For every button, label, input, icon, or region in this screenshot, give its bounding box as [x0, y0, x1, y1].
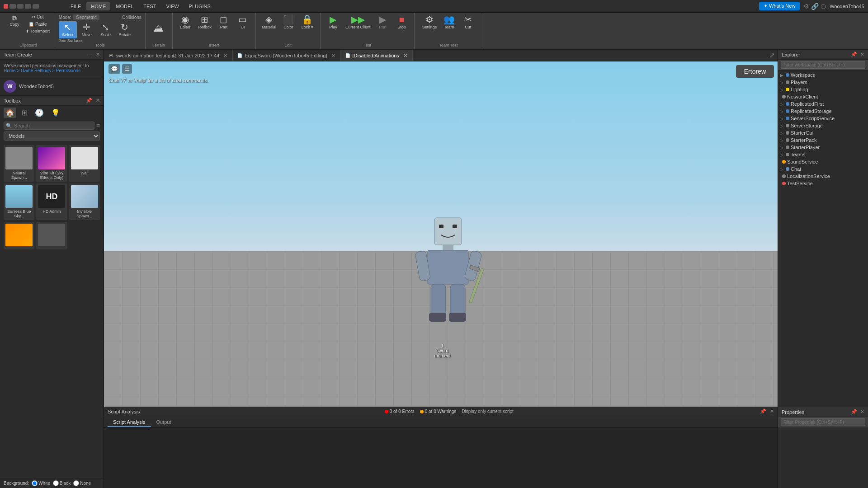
- toolbox-search-input[interactable]: [12, 122, 92, 129]
- clipboard-cut-button[interactable]: ✂ Cut: [24, 14, 51, 20]
- bg-white-option[interactable]: White: [32, 480, 50, 486]
- list-item[interactable]: Invisible Spawn...: [69, 183, 100, 220]
- toolbox-tab-light[interactable]: 💡: [49, 108, 62, 118]
- list-item[interactable]: Wall: [69, 145, 100, 182]
- scale-button[interactable]: ⤡ Scale: [97, 21, 115, 38]
- analysis-close[interactable]: ✕: [770, 408, 774, 414]
- tree-item-workspace[interactable]: ▶ Workspace: [778, 71, 868, 79]
- menu-model[interactable]: MODEL: [111, 2, 138, 10]
- run-button[interactable]: ▶ Run: [373, 14, 392, 31]
- list-item[interactable]: Neutral Spawn...: [4, 145, 34, 182]
- tab-animations[interactable]: 📄 [Disabled]Animations ✕: [341, 50, 413, 61]
- mode-dropdown[interactable]: Geometric: [73, 14, 99, 20]
- tab-equip-sword[interactable]: 📄 EquipSword [WoodenTobo45 Editing] ✕: [233, 50, 340, 61]
- material-button[interactable]: ◈ Material: [259, 14, 278, 31]
- select-button[interactable]: ↖ Select: [59, 21, 77, 38]
- ertorew-button[interactable]: Ertorew: [736, 65, 774, 78]
- properties-search-input[interactable]: [781, 418, 865, 426]
- chat-bubble-icon[interactable]: 💬: [108, 64, 120, 74]
- menu-home[interactable]: HOME: [86, 2, 110, 10]
- menu-file[interactable]: FILE: [66, 2, 85, 10]
- explorer-search-input[interactable]: [781, 61, 865, 69]
- tab-game-test-close[interactable]: ✕: [223, 52, 228, 59]
- tree-item-starterpack[interactable]: ▷ StarterPack: [778, 136, 868, 144]
- toolbox-close[interactable]: ✕: [96, 98, 100, 103]
- svg-rect-0: [434, 218, 462, 245]
- clipboard-copy-button[interactable]: ⧉ Copy: [5, 14, 24, 28]
- bg-white-radio[interactable]: [32, 480, 38, 486]
- bg-black-radio[interactable]: [53, 480, 59, 486]
- toolbox-pin[interactable]: 📌: [86, 98, 92, 103]
- properties-pin[interactable]: 📌: [851, 409, 857, 415]
- tab-equip-close[interactable]: ✕: [331, 52, 336, 59]
- tab-script-analysis[interactable]: Script Analysis: [108, 418, 151, 427]
- serverstorage-dot: [786, 124, 789, 127]
- toolbox-filter-button[interactable]: ≡: [96, 122, 100, 129]
- tree-item-starterplayer[interactable]: ▷ StarterPlayer: [778, 144, 868, 151]
- chat-list-icon[interactable]: ☰: [122, 64, 132, 74]
- ui-button[interactable]: ▭ UI: [234, 14, 252, 31]
- tree-item-testservice[interactable]: TestService: [778, 180, 868, 187]
- toolbox-tab-grid[interactable]: ⊞: [20, 108, 29, 118]
- game-settings-button[interactable]: ⚙ Settings: [420, 14, 439, 31]
- editor-button[interactable]: ◉ Editor: [176, 14, 194, 31]
- whats-new-button[interactable]: ✦ What's New: [759, 2, 800, 10]
- tab-output[interactable]: Output: [151, 418, 177, 427]
- tree-item-replicatedfirst[interactable]: ▷ ReplicatedFirst: [778, 100, 868, 108]
- properties-close[interactable]: ✕: [860, 409, 864, 415]
- collisions-check[interactable]: Collisions: [122, 15, 142, 20]
- bg-none-radio[interactable]: [73, 480, 79, 486]
- toolbox-type-dropdown[interactable]: Models Plugins Audio Images: [4, 131, 100, 141]
- tree-item-networkclient[interactable]: NetworkClient: [778, 93, 868, 100]
- color-button[interactable]: ⬛ Color: [279, 14, 297, 31]
- tree-item-startergui[interactable]: ▷ StarterGui: [778, 129, 868, 136]
- lock-button[interactable]: 🔒 Lock ▾: [298, 14, 316, 31]
- team-button[interactable]: 👥 Team: [440, 14, 458, 31]
- svg-rect-12: [449, 313, 466, 322]
- current-client-button[interactable]: ▶▶ Current Client: [343, 14, 373, 31]
- toolbox-button[interactable]: ⊞ Toolbox: [195, 14, 214, 31]
- toolbox-tab-recent[interactable]: 🕐: [33, 108, 46, 118]
- team-create-minimize[interactable]: —: [87, 52, 92, 57]
- terrain-icon[interactable]: ⛰: [154, 23, 164, 34]
- viewport[interactable]: 💬 ☰ Chat '/?' or '/help' for a list of c…: [104, 61, 778, 407]
- play-button[interactable]: ▶ Play: [324, 14, 342, 31]
- list-item[interactable]: Sunless Blue Sky...: [4, 183, 34, 220]
- tree-item-replicatedstorage[interactable]: ▷ ReplicatedStorage: [778, 108, 868, 115]
- bg-black-option[interactable]: Black: [53, 480, 71, 486]
- menu-plugins[interactable]: PLUGINS: [184, 2, 215, 10]
- tree-item-teams[interactable]: ▷ Teams: [778, 151, 868, 158]
- expand-icon: ▷: [780, 102, 783, 107]
- rotate-button[interactable]: ↻ Rotate: [116, 21, 134, 38]
- part-button[interactable]: ◻ Part: [215, 14, 233, 31]
- tree-item-lighting[interactable]: ▷ Lighting: [778, 86, 868, 93]
- move-button[interactable]: ✛ Move: [78, 21, 96, 38]
- cut-button2[interactable]: ✂ Cut: [459, 14, 477, 31]
- explorer-close[interactable]: ✕: [860, 52, 864, 57]
- tab-animations-close[interactable]: ✕: [403, 52, 408, 59]
- analysis-pin[interactable]: 📌: [760, 408, 766, 414]
- bg-none-option[interactable]: None: [73, 480, 91, 486]
- tree-item-serverscriptservice[interactable]: ▷ ServerScriptService: [778, 115, 868, 122]
- list-item[interactable]: [36, 222, 67, 249]
- list-item[interactable]: [4, 222, 34, 249]
- team-create-link[interactable]: Home > Game Settings > Permissions.: [4, 68, 82, 73]
- explorer-pin[interactable]: 📌: [851, 52, 857, 57]
- join-surfaces-check[interactable]: Join Surfaces: [59, 38, 142, 43]
- menu-view[interactable]: VIEW: [161, 2, 183, 10]
- tab-game-test[interactable]: 🎮 swords animation testing @ 31 Jan 2022…: [104, 50, 233, 61]
- clipboard-topimport-button[interactable]: ⬆ Top/Import: [24, 28, 51, 34]
- tree-item-localizationservice[interactable]: LocalizationService: [778, 173, 868, 180]
- tree-item-chat[interactable]: ▷ Chat: [778, 165, 868, 173]
- list-item[interactable]: Vibe Kit (Sky Effects Only): [36, 145, 67, 182]
- maximize-button[interactable]: ⤢: [766, 51, 778, 60]
- toolbox-tab-home[interactable]: 🏠: [4, 108, 16, 118]
- team-create-close[interactable]: ✕: [96, 52, 100, 57]
- tree-item-players[interactable]: ▷ Players: [778, 79, 868, 86]
- list-item[interactable]: HD HD Admin: [36, 183, 67, 220]
- stop-button[interactable]: ■ Stop: [392, 14, 410, 31]
- clipboard-paste-button[interactable]: 📋 Paste: [24, 21, 51, 28]
- tree-item-serverstorage[interactable]: ▷ ServerStorage: [778, 122, 868, 129]
- tree-item-soundservice[interactable]: SoundService: [778, 158, 868, 165]
- menu-test[interactable]: TEST: [139, 2, 160, 10]
